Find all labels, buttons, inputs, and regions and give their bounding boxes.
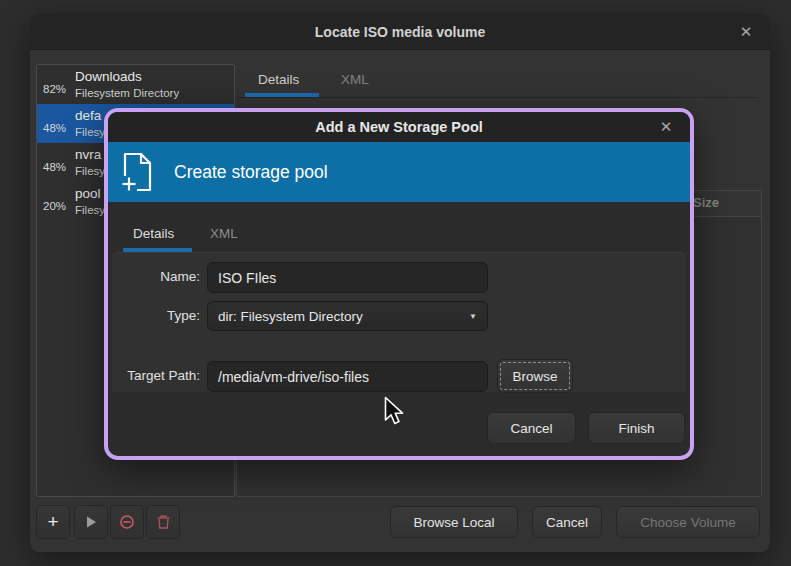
pool-usage: 82% [43, 83, 75, 95]
browse-button[interactable]: Browse [497, 359, 573, 393]
browse-button-label: Browse [512, 369, 557, 384]
tab-details[interactable]: Details [258, 72, 299, 87]
pool-type: Filesystem Directory [75, 86, 179, 100]
dialog-tab-xml[interactable]: XML [210, 226, 238, 241]
dialog-close-icon[interactable]: ✕ [654, 115, 678, 139]
type-label: Type: [118, 301, 200, 331]
pool-usage: 20% [43, 200, 75, 212]
name-label: Name: [118, 262, 200, 292]
dialog-title: Add a New Storage Pool [315, 119, 483, 135]
pool-name: pool [75, 186, 105, 203]
pool-name: Downloads [75, 69, 179, 86]
window-title: Locate ISO media volume [315, 24, 485, 40]
target-path-input[interactable] [207, 361, 488, 392]
window-cancel-label: Cancel [546, 515, 588, 530]
pool-name: nvra [75, 147, 105, 164]
pool-type: Filesy [75, 125, 105, 139]
window-cancel-button[interactable]: Cancel [532, 506, 602, 538]
new-document-icon [120, 151, 156, 193]
create-storage-pool-banner: Create storage pool [108, 142, 690, 202]
add-pool-button[interactable]: + [36, 505, 70, 539]
target-path-label: Target Path: [112, 361, 200, 391]
tab-xml[interactable]: XML [341, 72, 369, 87]
chevron-down-icon: ▼ [469, 312, 477, 321]
type-dropdown[interactable]: dir: Filesystem Directory ▼ [207, 301, 488, 331]
close-icon[interactable]: ✕ [734, 20, 758, 44]
dialog-tab-details[interactable]: Details [133, 226, 174, 241]
pool-usage: 48% [43, 161, 75, 173]
type-dropdown-value: dir: Filesystem Directory [218, 309, 363, 324]
size-column-header[interactable]: Size [693, 195, 719, 210]
choose-volume-label: Choose Volume [640, 515, 735, 530]
dialog-cancel-label: Cancel [510, 421, 552, 436]
pool-type: Filesy [75, 164, 105, 178]
dialog-cancel-button[interactable]: Cancel [487, 412, 576, 444]
name-input[interactable] [207, 262, 488, 293]
play-icon [84, 515, 98, 529]
start-pool-button[interactable] [74, 505, 108, 539]
window-titlebar[interactable]: Locate ISO media volume ✕ [30, 14, 770, 50]
dialog-titlebar[interactable]: Add a New Storage Pool ✕ [108, 112, 690, 142]
dialog-finish-button[interactable]: Finish [588, 412, 685, 444]
pool-type: Filesy [75, 203, 105, 217]
plus-icon: + [47, 511, 58, 533]
choose-volume-button[interactable]: Choose Volume [616, 506, 760, 538]
stop-pool-button[interactable] [110, 505, 144, 539]
pool-name: defa [75, 108, 105, 125]
trash-icon [156, 514, 171, 530]
delete-pool-button[interactable] [146, 505, 180, 539]
stop-circle-icon [119, 514, 135, 530]
browse-local-button[interactable]: Browse Local [390, 506, 518, 538]
browse-local-label: Browse Local [413, 515, 494, 530]
pool-usage: 48% [43, 122, 75, 134]
tabs-divider [236, 97, 758, 98]
dialog-finish-label: Finish [618, 421, 654, 436]
banner-label: Create storage pool [174, 162, 328, 183]
add-storage-pool-dialog: Add a New Storage Pool ✕ Create storage … [104, 108, 694, 460]
pool-row-downloads[interactable]: 82% Downloads Filesystem Directory [37, 65, 234, 104]
